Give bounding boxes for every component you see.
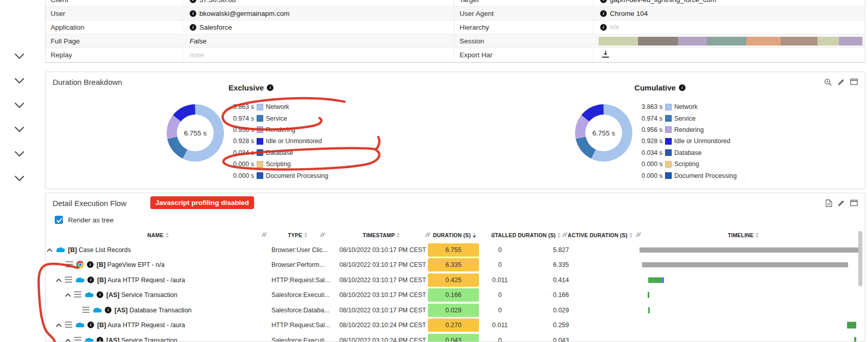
flow-row[interactable]: [B] Case List Records Browser:User Clic.… [45,242,865,257]
property-row-hierarchy: Hierarchy n/a [454,20,865,34]
session-segment [599,37,638,45]
column-header-name[interactable]: NAME [122,229,194,242]
session-segment [638,37,677,45]
js-profiling-disabled-badge: Javascript profiling disabled [150,196,254,209]
property-label: Export Har [454,51,593,59]
flow-row[interactable]: [B] Aura HTTP Request - /aura HTTP:Reque… [45,317,865,332]
legend-color-swatch [665,149,672,156]
property-row-replay: Replay none [45,48,454,62]
column-resize-icon[interactable] [492,233,494,237]
info-icon[interactable] [600,10,607,17]
flow-row[interactable]: [AS] Database Transaction Salesforce:Dat… [45,303,865,317]
property-label: Replay [45,51,182,59]
timeline-bar [45,242,865,257]
property-label: Application [45,24,182,31]
download-icon[interactable] [601,50,610,60]
legend-item: 0.928 sIdle or Unmonitored [634,135,803,147]
chevron-down-icon[interactable] [14,151,25,157]
legend-item: 0.034 sDatabase [634,147,803,158]
column-resize-icon[interactable] [426,233,429,237]
info-icon[interactable] [600,24,607,31]
info-icon[interactable] [190,24,196,31]
maximize-window-icon[interactable] [850,199,858,209]
property-row-client: Client 37.30.38.68 [45,0,454,7]
column-resize-icon[interactable] [263,233,265,237]
legend-color-swatch [665,104,672,110]
exclusive-legend: 3.863 sNetwork 0.974 sService 0.956 sRen… [226,101,395,181]
chevron-down-icon[interactable] [14,53,25,59]
flow-row[interactable]: [AS] Service Transaction Salesforce:Exec… [45,287,865,302]
property-value: Salesforce [199,24,232,31]
timeline-bar [45,317,865,332]
legend-color-swatch [665,161,672,168]
render-as-tree-label: Render as tree [68,216,113,224]
donut-total-label: 6.755 s [177,115,214,151]
sort-icon [304,233,307,238]
legend-color-swatch [665,126,672,133]
apm-trace-detail-page: Client 37.30.38.68 User bkowalski@germai… [0,0,868,342]
flow-table-header: NAME TYPE TIMESTAMP DURATION (S) STALLED… [45,229,865,242]
legend-item: 0.974 sService [226,112,395,124]
chevron-down-icon[interactable] [14,126,25,132]
property-label: Full Page [45,37,182,45]
legend-color-swatch [257,161,263,168]
session-timeline-bar[interactable] [599,37,862,45]
maximize-window-icon[interactable] [850,78,858,88]
property-row-session: Session [454,34,865,48]
column-resize-icon[interactable] [321,233,324,237]
info-icon[interactable] [600,0,607,3]
flow-row[interactable]: [AS] Service Transaction Salesforce:Exec… [45,333,865,342]
sort-icon [558,233,561,238]
session-segment [781,37,817,45]
donut-total-label: 6.755 s [585,115,622,151]
session-segment [817,37,838,45]
edit-pencil-icon[interactable] [837,199,845,209]
property-label: Session [454,37,593,45]
column-header-timestamp[interactable]: TIMESTAMP [347,229,416,242]
edit-pencil-icon[interactable] [837,78,845,88]
properties-table-left: Client 37.30.38.68 User bkowalski@germai… [45,0,454,63]
property-label: User [45,10,182,17]
cumulative-chart-title: Cumulative [609,83,711,92]
timeline-bar [45,303,865,317]
session-segment [746,37,781,45]
column-resize-icon[interactable] [637,233,639,237]
legend-item: 0.956 sRendering [226,124,395,135]
session-segment [707,37,746,45]
chevron-down-icon[interactable] [14,175,25,181]
column-header-stalled-duration[interactable]: STALLED DURATION (S) [485,229,567,242]
info-icon[interactable] [190,10,196,17]
legend-color-swatch [257,149,263,156]
property-value: n/a [610,24,619,31]
legend-color-swatch [257,104,263,110]
render-as-tree-checkbox[interactable] [55,216,63,224]
info-icon[interactable] [267,84,273,91]
legend-item: 0.000 sScripting [634,158,803,170]
info-icon[interactable] [679,84,686,91]
sort-icon [397,233,400,238]
legend-item: 0.000 sScripting [226,158,395,170]
property-value: Chrome 104 [610,10,648,17]
sort-icon [473,233,476,238]
info-icon[interactable] [190,0,196,3]
export-file-icon[interactable] [826,199,832,209]
legend-item: 3.863 sNetwork [226,101,395,112]
vertical-scrollbar[interactable] [858,231,862,286]
chevron-down-icon[interactable] [14,102,25,108]
property-row-user-agent: User Agent Chrome 104 [454,7,865,20]
property-label: Client [45,0,182,4]
chevron-down-icon[interactable] [14,78,25,84]
flow-row[interactable]: [B] PageView EPT - n/a Browser:Perform..… [45,257,865,272]
sort-icon [756,233,759,238]
flow-row[interactable]: [B] Aura HTTP Request - /aura HTTP:Reque… [45,272,865,287]
property-value: False [190,37,207,45]
legend-color-swatch [257,138,263,145]
property-row-full-page: Full Page False [45,34,454,48]
panel-title: Detail Execution Flow [53,199,126,208]
column-resize-icon[interactable] [563,233,566,237]
property-row-export-har: Export Har [454,48,865,62]
column-header-duration[interactable]: DURATION (S) [419,229,490,242]
column-header-active-duration[interactable]: ACTIVE DURATION (S) [562,229,638,242]
zoom-icon[interactable] [824,78,832,88]
column-header-timeline[interactable]: TIMELINE [705,229,782,242]
